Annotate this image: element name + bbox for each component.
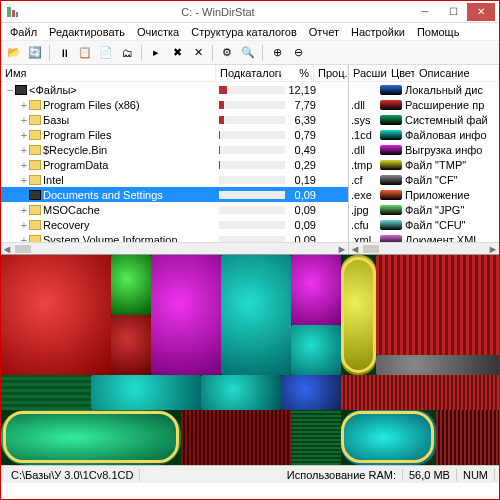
tree-row[interactable]: +Program Files0,79 xyxy=(1,127,348,142)
tree-row[interactable]: +Program Files (x86)7,79 xyxy=(1,97,348,112)
svg-rect-2 xyxy=(16,12,18,17)
zoom-in[interactable]: ⊕ xyxy=(268,44,286,62)
col-desc[interactable]: Описание xyxy=(415,65,499,81)
explore[interactable]: 🗂 xyxy=(118,44,136,62)
menu-Настройки[interactable]: Настройки xyxy=(346,25,410,39)
ext-row[interactable]: .sysСистемный фай xyxy=(349,112,499,127)
window-title: C: - WinDirStat xyxy=(25,6,411,18)
ext-pane: Расши... Цвет Описание Локальный дис.dll… xyxy=(349,65,499,254)
tree-rows: −<Файлы>12,19+Program Files (x86)7,79+Ба… xyxy=(1,82,348,242)
tree-header: Имя Подкаталоги % Проц... xyxy=(1,65,348,82)
tree-row[interactable]: +System Volume Information0,09 xyxy=(1,232,348,242)
cmd[interactable]: ▸ xyxy=(147,44,165,62)
col-pct[interactable]: % xyxy=(282,65,314,81)
ext-header: Расши... Цвет Описание xyxy=(349,65,499,82)
copy-children[interactable]: 📋 xyxy=(76,44,94,62)
minimize-button[interactable]: ─ xyxy=(411,3,439,21)
zoom-out[interactable]: ⊖ xyxy=(289,44,307,62)
ext-row[interactable]: .dllРасширение пр xyxy=(349,97,499,112)
ext-row[interactable]: Локальный дис xyxy=(349,82,499,97)
ext-row[interactable]: .cfuФайл "CFU" xyxy=(349,217,499,232)
status-num: NUM xyxy=(457,469,495,481)
ext-row[interactable]: .tmpФайл "TMP" xyxy=(349,157,499,172)
tree-row[interactable]: +$Recycle.Bin0,49 xyxy=(1,142,348,157)
tree-row[interactable]: Documents and Settings0,09 xyxy=(1,187,348,202)
ext-row[interactable]: .1cdФайловая инфо xyxy=(349,127,499,142)
tree-row[interactable]: +Recovery0,09 xyxy=(1,217,348,232)
ext-row[interactable]: .jpgФайл "JPG" xyxy=(349,202,499,217)
menubar: ФайлРедактироватьОчисткаСтруктура катало… xyxy=(1,23,499,41)
delete[interactable]: ✕ xyxy=(189,44,207,62)
tree-row[interactable]: +MSOCache0,09 xyxy=(1,202,348,217)
ext-row[interactable]: .xmlДокумент XML xyxy=(349,232,499,242)
statusbar: C:\Базы\У 3.0\1Cv8.1CD Использование RAM… xyxy=(1,465,499,483)
copy-files[interactable]: 📄 xyxy=(97,44,115,62)
ext-row[interactable]: .exeПриложение xyxy=(349,187,499,202)
tree-row[interactable]: +Intel0,19 xyxy=(1,172,348,187)
menu-Отчет[interactable]: Отчет xyxy=(304,25,344,39)
highlight-region xyxy=(341,257,376,373)
refresh[interactable]: 🔄 xyxy=(26,44,44,62)
status-ram-label: Использование RAM: xyxy=(281,469,403,481)
help-icon[interactable]: 🔍 xyxy=(239,44,257,62)
close-button[interactable]: ✕ xyxy=(467,3,495,21)
folder-open[interactable]: 📂 xyxy=(5,44,23,62)
ext-row[interactable]: .dllВыгрузка инфо xyxy=(349,142,499,157)
toolbar: 📂🔄⏸📋📄🗂▸✖✕⚙🔍⊕⊖ xyxy=(1,41,499,65)
svg-rect-1 xyxy=(12,10,15,17)
menu-Помощь[interactable]: Помощь xyxy=(412,25,465,39)
properties[interactable]: ⚙ xyxy=(218,44,236,62)
tree-row[interactable]: −<Файлы>12,19 xyxy=(1,82,348,97)
status-path: C:\Базы\У 3.0\1Cv8.1CD xyxy=(5,469,140,481)
treemap[interactable] xyxy=(1,255,499,465)
col-sub[interactable]: Подкаталоги xyxy=(216,65,282,81)
svg-rect-0 xyxy=(7,7,11,17)
col-color[interactable]: Цвет xyxy=(387,65,415,81)
highlight-region xyxy=(341,411,434,463)
menu-Редактировать[interactable]: Редактировать xyxy=(44,25,130,39)
menu-Очистка[interactable]: Очистка xyxy=(132,25,184,39)
col-ext[interactable]: Расши... xyxy=(349,65,387,81)
col-name[interactable]: Имя xyxy=(1,65,216,81)
highlight-region xyxy=(3,411,179,463)
maximize-button[interactable]: ☐ xyxy=(439,3,467,21)
app-icon xyxy=(5,5,19,19)
menu-Файл[interactable]: Файл xyxy=(5,25,42,39)
pause[interactable]: ⏸ xyxy=(55,44,73,62)
ext-scrollbar[interactable]: ◄► xyxy=(349,242,499,254)
ext-rows: Локальный дис.dllРасширение пр.sysСистем… xyxy=(349,82,499,242)
ext-row[interactable]: .cfФайл "CF" xyxy=(349,172,499,187)
col-proc[interactable]: Проц... xyxy=(314,65,348,81)
tree-row[interactable]: +Базы6,39 xyxy=(1,112,348,127)
tree-scrollbar[interactable]: ◄► xyxy=(1,242,348,254)
menu-Структура каталогов[interactable]: Структура каталогов xyxy=(186,25,302,39)
status-ram-value: 56,0 MB xyxy=(403,469,457,481)
tree-row[interactable]: +ProgramData0,29 xyxy=(1,157,348,172)
titlebar: C: - WinDirStat ─ ☐ ✕ xyxy=(1,1,499,23)
delete-tree[interactable]: ✖ xyxy=(168,44,186,62)
tree-pane: Имя Подкаталоги % Проц... −<Файлы>12,19+… xyxy=(1,65,349,254)
